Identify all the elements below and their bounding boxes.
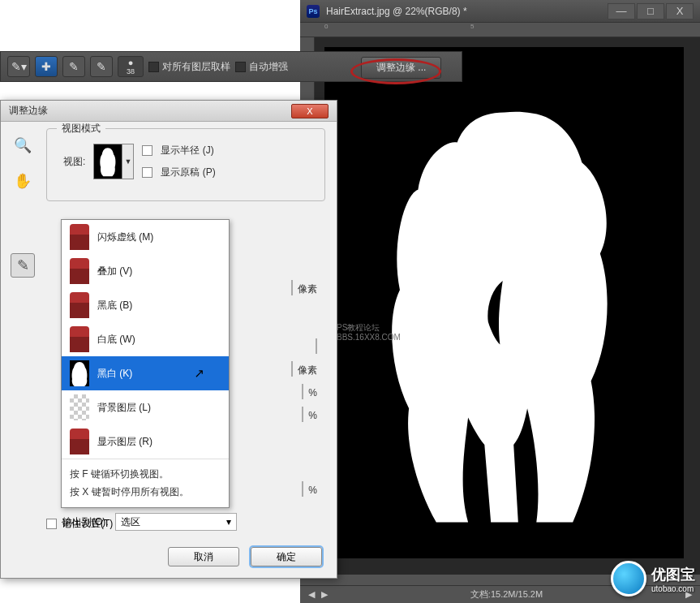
view-option-thumb	[70, 360, 89, 386]
add-to-selection-icon[interactable]: ✚	[35, 56, 58, 77]
brush-preset-icon[interactable]: ✎	[90, 56, 113, 77]
dropdown-hint1: 按 F 键循环切换视图。	[70, 466, 221, 484]
contrast-input[interactable]	[302, 384, 303, 399]
view-dropdown-arrow[interactable]: ▼	[122, 144, 134, 179]
smooth-input[interactable]	[316, 338, 317, 354]
viewmode-group: 视图模式 视图: ▼ 显示半径 (J) 显示原稿 (P)	[46, 128, 325, 201]
logo-subtext: utobao.com	[651, 584, 695, 593]
logo-icon	[611, 561, 646, 597]
view-option-label: 叠加 (V)	[97, 265, 132, 278]
sample-all-checkbox[interactable]	[148, 62, 159, 72]
view-option-label: 黑底 (B)	[97, 299, 132, 312]
remember-label: 记住设置(T)	[62, 517, 113, 531]
dialog-titlebar[interactable]: 调整边缘 X	[1, 101, 337, 122]
view-option-label: 白底 (W)	[97, 333, 135, 347]
dialog-title: 调整边缘	[9, 104, 48, 118]
view-option-4[interactable]: 黑白 (K)↖	[62, 356, 229, 390]
feather-input[interactable]	[291, 361, 293, 377]
view-option-thumb	[70, 394, 89, 420]
watermark-line2: BBS.16XX8.COM	[337, 333, 401, 342]
show-radius-label: 显示半径 (J)	[161, 144, 213, 157]
watermark: PS教程论坛 BBS.16XX8.COM	[337, 323, 401, 342]
logo-text: 优图宝	[651, 565, 695, 584]
watermark-line1: PS教程论坛	[337, 323, 401, 333]
unit-pct1: %	[308, 387, 317, 398]
auto-enhance-checkbox[interactable]	[235, 62, 246, 72]
view-option-label: 黑白 (K)	[97, 367, 132, 381]
canvas[interactable]: PS教程论坛 BBS.16XX8.COM	[324, 47, 684, 558]
remember-checkbox[interactable]	[46, 519, 57, 529]
amount-input[interactable]	[302, 481, 303, 497]
minimize-button[interactable]: —	[608, 3, 635, 19]
view-thumbnail[interactable]	[93, 144, 122, 179]
ok-button[interactable]: 确定	[251, 547, 322, 566]
unit-pct3: %	[308, 485, 317, 496]
document-title: HairExtract.jpg @ 22%(RGB/8) *	[326, 6, 467, 17]
view-option-thumb	[70, 326, 89, 352]
brush-size-picker[interactable]: ● 38	[118, 56, 144, 77]
viewmode-legend: 视图模式	[57, 122, 105, 136]
show-original-label: 显示原稿 (P)	[161, 166, 215, 179]
close-button[interactable]: X	[666, 3, 694, 19]
shift-input[interactable]	[302, 407, 303, 422]
view-option-thumb	[70, 258, 89, 284]
view-option-0[interactable]: 闪烁虚线 (M)	[62, 220, 229, 254]
unit-pct2: %	[308, 410, 317, 421]
view-option-label: 背景图层 (L)	[97, 401, 151, 415]
status-docsize: 文档:15.2M/15.2M	[470, 588, 543, 601]
dialog-close-button[interactable]: X	[291, 104, 329, 118]
canvas-area: 0 5 PS教程论坛 BBS.16XX8.COM	[300, 23, 700, 575]
silhouette-mask	[367, 75, 641, 561]
view-dropdown-list: 闪烁虚线 (M)叠加 (V)黑底 (B)白底 (W)黑白 (K)↖背景图层 (L…	[61, 219, 230, 508]
auto-enhance-label: 自动增强	[249, 60, 288, 74]
sample-all-label: 对所有图层取样	[162, 60, 230, 74]
ruler-tick: 0	[324, 23, 328, 30]
cancel-button[interactable]: 取消	[168, 547, 239, 566]
ruler-horizontal: 0 5	[300, 23, 700, 37]
view-option-label: 显示图层 (R)	[97, 435, 152, 449]
refine-radius-tool-icon[interactable]: ✎	[11, 253, 35, 278]
show-original-checkbox[interactable]	[142, 167, 152, 178]
view-option-thumb	[70, 224, 89, 250]
options-bar: ✎▾ ✚ ✎ ✎ ● 38 对所有图层取样 自动增强 调整边缘 ...	[0, 51, 462, 82]
radius-input[interactable]	[291, 280, 293, 295]
view-option-2[interactable]: 黑底 (B)	[62, 288, 229, 322]
ps-app-icon: Ps	[307, 5, 320, 18]
ruler-tick: 5	[470, 23, 474, 30]
photoshop-window: Ps HairExtract.jpg @ 22%(RGB/8) * — □ X …	[300, 0, 700, 603]
unit-px: 像素	[298, 283, 317, 295]
view-option-6[interactable]: 显示图层 (R)	[62, 424, 229, 459]
remember-row: 记住设置(T)	[46, 517, 113, 531]
show-radius-checkbox[interactable]	[142, 145, 152, 156]
output-value: 选区	[121, 515, 140, 529]
view-label: 视图:	[63, 155, 85, 169]
cursor-icon: ↖	[194, 366, 204, 381]
brush-size-value: 38	[127, 67, 135, 75]
subtract-selection-icon[interactable]: ✎	[62, 56, 85, 77]
view-option-thumb	[70, 429, 89, 454]
refine-edge-button[interactable]: 调整边缘 ...	[361, 57, 441, 79]
tool-preset-picker[interactable]: ✎▾	[7, 56, 30, 77]
zoom-tool-icon[interactable]: 🔍	[11, 133, 35, 157]
view-option-5[interactable]: 背景图层 (L)	[62, 390, 229, 424]
refine-edge-dialog: 调整边缘 X 🔍 ✋ ✎ 视图模式 视图: ▼ 显示半径 (J) 显示原稿 (P…	[0, 100, 337, 579]
view-option-label: 闪烁虚线 (M)	[97, 230, 153, 244]
brand-logo: 优图宝 utobao.com	[611, 561, 695, 597]
maximize-button[interactable]: □	[637, 3, 664, 19]
hand-tool-icon[interactable]: ✋	[11, 169, 35, 193]
dropdown-hint2: 按 X 键暂时停用所有视图。	[70, 484, 221, 502]
view-option-1[interactable]: 叠加 (V)	[62, 254, 229, 288]
ps-titlebar: Ps HairExtract.jpg @ 22%(RGB/8) * — □ X	[300, 0, 700, 23]
view-option-3[interactable]: 白底 (W)	[62, 322, 229, 356]
unit-px2: 像素	[298, 364, 317, 376]
view-option-thumb	[70, 292, 89, 318]
output-select[interactable]: 选区▾	[115, 513, 237, 531]
